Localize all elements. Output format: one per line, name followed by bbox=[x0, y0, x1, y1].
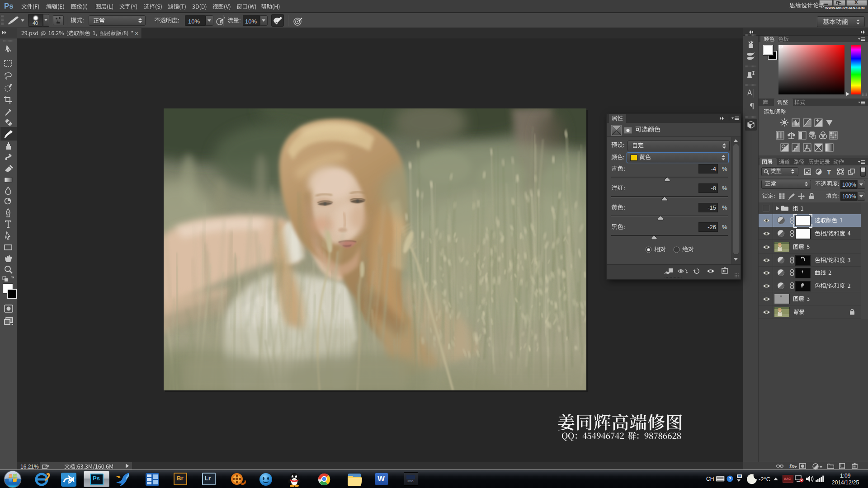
svg-text:?: ? bbox=[728, 476, 731, 481]
